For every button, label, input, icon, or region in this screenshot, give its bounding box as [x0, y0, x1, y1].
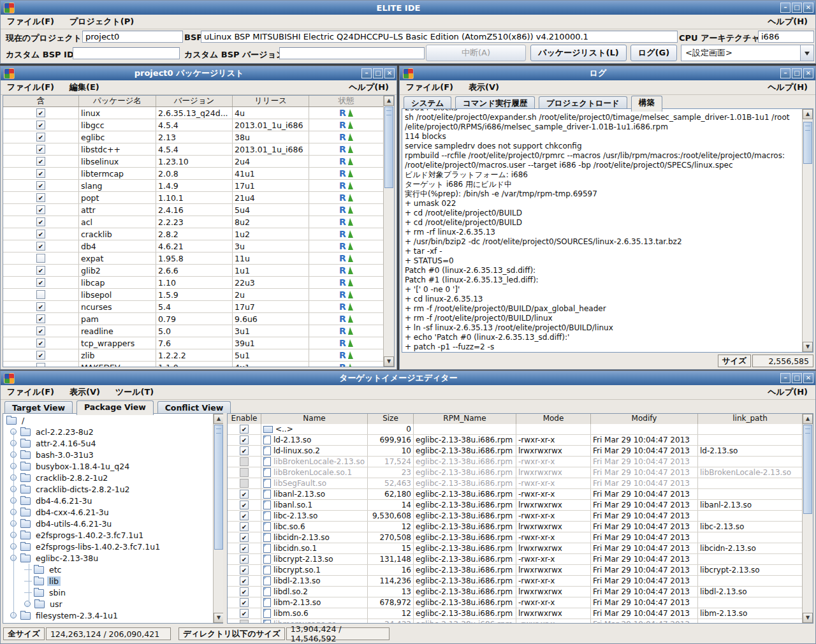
enable-checkbox[interactable]: ✔	[240, 544, 249, 553]
enable-checkbox[interactable]: ✔	[240, 446, 249, 455]
file-row[interactable]: ✔libm.so.612eglibc-2.13-38u.i686.rpmlrwx…	[228, 608, 802, 619]
close-icon[interactable]: ✕	[803, 3, 813, 13]
file-row[interactable]: ✔libcidn.so.115eglibc-2.13-38u.i686.rpml…	[228, 543, 802, 554]
file-row[interactable]: ✔libanl.so.114eglibc-2.13-38u.i686.rpmlr…	[228, 500, 802, 511]
tree-item[interactable]: cracklib-dicts-2.8.2-1u2	[4, 483, 213, 495]
enable-checkbox[interactable]	[240, 457, 249, 466]
custom-bsp-id-input[interactable]	[73, 47, 180, 59]
menu-help[interactable]: ヘルプ(H)	[768, 16, 808, 27]
tree-item[interactable]: filesystem-2.3.4-1u1	[4, 610, 213, 621]
dropdown-arrow-icon[interactable]	[800, 45, 813, 61]
include-checkbox[interactable]	[36, 290, 45, 299]
package-row[interactable]: ✔cracklib2.8.21u2R	[3, 228, 394, 240]
package-row[interactable]: ✔popt1.10.121u4R	[3, 192, 394, 204]
scroll-up-icon[interactable]: ▲	[214, 414, 224, 424]
col-mode[interactable]: Mode	[516, 414, 591, 424]
enable-checkbox[interactable]: ✔	[240, 490, 249, 499]
file-row[interactable]: libSegFault.so52,463eglibc-2.13-38u.i686…	[228, 478, 802, 489]
include-checkbox[interactable]: ✔	[36, 157, 45, 166]
menu-help[interactable]: ヘルプ(H)	[349, 82, 389, 93]
tab-target-view[interactable]: Target View	[4, 401, 73, 414]
enable-checkbox[interactable]: ✔	[240, 501, 249, 509]
package-row[interactable]: ✔readline5.03u1R	[3, 325, 394, 337]
include-checkbox[interactable]: ✔	[36, 242, 45, 251]
include-checkbox[interactable]: ✔	[36, 266, 45, 275]
tree-scrollbar[interactable]: ▲ ▼	[213, 414, 224, 623]
enable-checkbox[interactable]	[240, 479, 249, 488]
include-checkbox[interactable]: ✔	[36, 108, 45, 117]
include-checkbox[interactable]: ✔	[36, 302, 45, 311]
maximize-icon[interactable]: □	[792, 373, 802, 383]
abort-button[interactable]: 中断(A)	[426, 45, 526, 61]
package-row[interactable]: ✔attr2.4.165u4R	[3, 204, 394, 216]
menu-help[interactable]: ヘルプ(H)	[768, 386, 808, 398]
file-row[interactable]: ✔libm-2.13.so678,972eglibc-2.13-38u.i686…	[228, 597, 802, 608]
file-row[interactable]: ✔ld-2.13.so699,916eglibc-2.13-38u.i686.r…	[228, 435, 802, 446]
package-row[interactable]: ✔slang1.4.917u1R	[3, 180, 394, 192]
file-row[interactable]: ✔libcrypt.so.116eglibc-2.13-38u.i686.rpm…	[228, 565, 802, 576]
tree-item[interactable]: /	[4, 414, 213, 426]
package-row[interactable]: libsepol1.5.92uR	[3, 289, 394, 301]
scrollbar-thumb[interactable]	[384, 106, 393, 188]
scrollbar-thumb[interactable]	[803, 122, 812, 164]
close-icon[interactable]: ✕	[803, 373, 813, 383]
package-row[interactable]: ✔glib22.6.61u1R	[3, 265, 394, 277]
minimize-icon[interactable]: –	[361, 68, 372, 78]
cpu-arch-input[interactable]	[758, 31, 814, 43]
file-row[interactable]: ✔libcrypt-2.13.so131,148eglibc-2.13-38u.…	[228, 554, 802, 565]
package-titlebar[interactable]: project0 パッケージリスト – □ ✕	[1, 66, 397, 80]
enable-checkbox[interactable]: ✔	[240, 511, 249, 520]
bsp-input[interactable]	[201, 31, 678, 43]
tab-build[interactable]: 構築	[631, 96, 662, 112]
col-size[interactable]: Size	[368, 414, 414, 424]
tree-item[interactable]: e2fsprogs-libs-1.40.2-3.fc7.1u1	[4, 541, 213, 552]
package-row[interactable]: expat1.95.811uR	[3, 252, 394, 265]
enable-checkbox[interactable]: ✔	[240, 587, 249, 596]
menu-tools[interactable]: ツール(T)	[115, 386, 154, 398]
menu-help[interactable]: ヘルプ(H)	[768, 82, 808, 93]
include-checkbox[interactable]: ✔	[36, 205, 45, 214]
tree-item[interactable]: db4-cxx-4.6.21-3u	[4, 506, 213, 518]
file-row[interactable]: ✔libanl-2.13.so62,180eglibc-2.13-38u.i68…	[228, 489, 802, 500]
include-checkbox[interactable]: ✔	[36, 278, 45, 287]
tree-item[interactable]: usr	[4, 598, 213, 610]
scrollbar-thumb[interactable]	[803, 425, 812, 514]
package-row[interactable]: ✔ncurses5.417u7R	[3, 301, 394, 313]
package-row[interactable]: ✔libselinux1.23.102u4R	[3, 156, 394, 168]
file-row[interactable]: ✔libc.so.612eglibc-2.13-38u.i686.rpmlrwx…	[228, 522, 802, 532]
include-checkbox[interactable]: ✔	[36, 217, 45, 226]
minimize-icon[interactable]: –	[780, 68, 790, 78]
enable-checkbox[interactable]	[240, 620, 249, 623]
scroll-down-icon[interactable]: ▼	[803, 342, 813, 352]
custom-bsp-version-input[interactable]	[279, 47, 425, 59]
package-row[interactable]: ✔libgcc4.5.42013.01_1u_i686R	[3, 119, 394, 131]
scrollbar-thumb[interactable]	[214, 425, 223, 550]
package-row[interactable]: MAKEDEV1.1.04u1R	[3, 362, 394, 367]
log-titlebar[interactable]: ログ – □ ✕	[400, 66, 815, 80]
file-scrollbar[interactable]: ▲ ▼	[802, 414, 813, 623]
close-icon[interactable]: ✕	[384, 68, 395, 78]
tree-item[interactable]: cracklib-2.8.2-1u2	[4, 472, 213, 483]
scroll-up-icon[interactable]: ▲	[803, 109, 813, 119]
tree-item[interactable]: attr-2.4.16-5u4	[4, 437, 213, 449]
col-name[interactable]: Name	[261, 414, 368, 424]
current-project-input[interactable]	[82, 31, 183, 43]
log-text-area[interactable]: 2981+ blockssh /root/elite/project0/expa…	[402, 108, 813, 353]
include-checkbox[interactable]: ✔	[36, 314, 45, 323]
log-scrollbar[interactable]: ▲ ▼	[802, 109, 813, 352]
close-icon[interactable]: ✕	[803, 68, 813, 78]
col-version[interactable]: バージョン	[156, 96, 233, 106]
tree-item[interactable]: bash-3.0-31u3	[4, 449, 213, 460]
tab-conflict-view[interactable]: Conflict View	[157, 401, 231, 414]
editor-titlebar[interactable]: ターゲットイメージエディター – □ ✕	[1, 371, 815, 385]
include-checkbox[interactable]: ✔	[36, 133, 45, 142]
tree-item[interactable]: db4-utils-4.6.21-3u	[4, 518, 213, 529]
package-row[interactable]: ✔tcp_wrappers7.639u1R	[3, 337, 394, 349]
col-link-path[interactable]: link_path	[698, 414, 802, 424]
minimize-icon[interactable]: –	[780, 373, 790, 383]
package-row[interactable]: ✔libtermcap2.0.841u1R	[3, 168, 394, 180]
col-modify[interactable]: Modify	[591, 414, 698, 424]
include-checkbox[interactable]	[36, 363, 45, 367]
menu-file[interactable]: ファイル(F)	[7, 82, 54, 93]
tree-toggle-icon[interactable]	[24, 601, 31, 607]
